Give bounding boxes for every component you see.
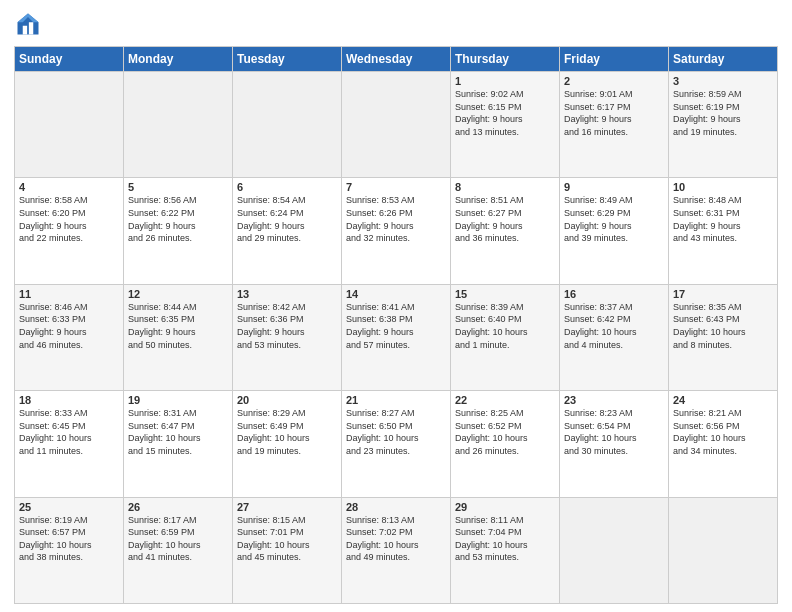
col-header-friday: Friday [560,47,669,72]
day-info: Sunrise: 8:17 AMSunset: 6:59 PMDaylight:… [128,514,228,564]
day-number: 17 [673,288,773,300]
day-number: 5 [128,181,228,193]
calendar-cell: 4Sunrise: 8:58 AMSunset: 6:20 PMDaylight… [15,178,124,284]
page: SundayMondayTuesdayWednesdayThursdayFrid… [0,0,792,612]
col-header-monday: Monday [124,47,233,72]
week-row-0: 1Sunrise: 9:02 AMSunset: 6:15 PMDaylight… [15,72,778,178]
calendar-cell: 25Sunrise: 8:19 AMSunset: 6:57 PMDayligh… [15,497,124,603]
header-row: SundayMondayTuesdayWednesdayThursdayFrid… [15,47,778,72]
day-number: 26 [128,501,228,513]
day-info: Sunrise: 8:51 AMSunset: 6:27 PMDaylight:… [455,194,555,244]
calendar-cell: 1Sunrise: 9:02 AMSunset: 6:15 PMDaylight… [451,72,560,178]
day-number: 1 [455,75,555,87]
logo [14,10,46,38]
day-info: Sunrise: 8:27 AMSunset: 6:50 PMDaylight:… [346,407,446,457]
day-number: 25 [19,501,119,513]
day-info: Sunrise: 8:37 AMSunset: 6:42 PMDaylight:… [564,301,664,351]
day-info: Sunrise: 8:39 AMSunset: 6:40 PMDaylight:… [455,301,555,351]
day-number: 23 [564,394,664,406]
day-number: 21 [346,394,446,406]
calendar-cell: 3Sunrise: 8:59 AMSunset: 6:19 PMDaylight… [669,72,778,178]
day-number: 20 [237,394,337,406]
day-info: Sunrise: 8:44 AMSunset: 6:35 PMDaylight:… [128,301,228,351]
day-number: 29 [455,501,555,513]
day-info: Sunrise: 8:53 AMSunset: 6:26 PMDaylight:… [346,194,446,244]
week-row-1: 4Sunrise: 8:58 AMSunset: 6:20 PMDaylight… [15,178,778,284]
calendar-cell [233,72,342,178]
calendar-cell: 16Sunrise: 8:37 AMSunset: 6:42 PMDayligh… [560,284,669,390]
day-info: Sunrise: 8:15 AMSunset: 7:01 PMDaylight:… [237,514,337,564]
day-number: 19 [128,394,228,406]
calendar-cell [669,497,778,603]
calendar-cell: 7Sunrise: 8:53 AMSunset: 6:26 PMDaylight… [342,178,451,284]
day-number: 2 [564,75,664,87]
day-info: Sunrise: 8:54 AMSunset: 6:24 PMDaylight:… [237,194,337,244]
col-header-thursday: Thursday [451,47,560,72]
day-number: 27 [237,501,337,513]
calendar-cell: 14Sunrise: 8:41 AMSunset: 6:38 PMDayligh… [342,284,451,390]
calendar-table: SundayMondayTuesdayWednesdayThursdayFrid… [14,46,778,604]
calendar-cell: 22Sunrise: 8:25 AMSunset: 6:52 PMDayligh… [451,391,560,497]
day-info: Sunrise: 9:01 AMSunset: 6:17 PMDaylight:… [564,88,664,138]
day-info: Sunrise: 8:41 AMSunset: 6:38 PMDaylight:… [346,301,446,351]
day-number: 24 [673,394,773,406]
calendar-cell: 20Sunrise: 8:29 AMSunset: 6:49 PMDayligh… [233,391,342,497]
day-number: 10 [673,181,773,193]
calendar-cell: 6Sunrise: 8:54 AMSunset: 6:24 PMDaylight… [233,178,342,284]
calendar-cell: 23Sunrise: 8:23 AMSunset: 6:54 PMDayligh… [560,391,669,497]
day-info: Sunrise: 8:42 AMSunset: 6:36 PMDaylight:… [237,301,337,351]
day-info: Sunrise: 8:29 AMSunset: 6:49 PMDaylight:… [237,407,337,457]
day-info: Sunrise: 8:58 AMSunset: 6:20 PMDaylight:… [19,194,119,244]
day-number: 8 [455,181,555,193]
calendar-cell [124,72,233,178]
calendar-cell: 28Sunrise: 8:13 AMSunset: 7:02 PMDayligh… [342,497,451,603]
day-info: Sunrise: 9:02 AMSunset: 6:15 PMDaylight:… [455,88,555,138]
calendar-cell: 11Sunrise: 8:46 AMSunset: 6:33 PMDayligh… [15,284,124,390]
calendar-cell: 29Sunrise: 8:11 AMSunset: 7:04 PMDayligh… [451,497,560,603]
week-row-2: 11Sunrise: 8:46 AMSunset: 6:33 PMDayligh… [15,284,778,390]
col-header-sunday: Sunday [15,47,124,72]
day-number: 13 [237,288,337,300]
calendar-cell: 27Sunrise: 8:15 AMSunset: 7:01 PMDayligh… [233,497,342,603]
day-info: Sunrise: 8:31 AMSunset: 6:47 PMDaylight:… [128,407,228,457]
day-number: 28 [346,501,446,513]
week-row-4: 25Sunrise: 8:19 AMSunset: 6:57 PMDayligh… [15,497,778,603]
day-number: 14 [346,288,446,300]
calendar-cell: 19Sunrise: 8:31 AMSunset: 6:47 PMDayligh… [124,391,233,497]
day-number: 4 [19,181,119,193]
day-number: 22 [455,394,555,406]
day-info: Sunrise: 8:21 AMSunset: 6:56 PMDaylight:… [673,407,773,457]
day-number: 16 [564,288,664,300]
col-header-tuesday: Tuesday [233,47,342,72]
calendar-cell: 26Sunrise: 8:17 AMSunset: 6:59 PMDayligh… [124,497,233,603]
day-info: Sunrise: 8:11 AMSunset: 7:04 PMDaylight:… [455,514,555,564]
day-info: Sunrise: 8:23 AMSunset: 6:54 PMDaylight:… [564,407,664,457]
week-row-3: 18Sunrise: 8:33 AMSunset: 6:45 PMDayligh… [15,391,778,497]
day-info: Sunrise: 8:19 AMSunset: 6:57 PMDaylight:… [19,514,119,564]
day-number: 3 [673,75,773,87]
col-header-saturday: Saturday [669,47,778,72]
calendar-cell [560,497,669,603]
day-info: Sunrise: 8:49 AMSunset: 6:29 PMDaylight:… [564,194,664,244]
calendar-cell: 15Sunrise: 8:39 AMSunset: 6:40 PMDayligh… [451,284,560,390]
day-info: Sunrise: 8:48 AMSunset: 6:31 PMDaylight:… [673,194,773,244]
day-number: 15 [455,288,555,300]
calendar-cell: 5Sunrise: 8:56 AMSunset: 6:22 PMDaylight… [124,178,233,284]
day-info: Sunrise: 8:25 AMSunset: 6:52 PMDaylight:… [455,407,555,457]
calendar-cell: 2Sunrise: 9:01 AMSunset: 6:17 PMDaylight… [560,72,669,178]
calendar-cell: 13Sunrise: 8:42 AMSunset: 6:36 PMDayligh… [233,284,342,390]
day-info: Sunrise: 8:59 AMSunset: 6:19 PMDaylight:… [673,88,773,138]
day-info: Sunrise: 8:13 AMSunset: 7:02 PMDaylight:… [346,514,446,564]
svg-rect-2 [23,26,27,35]
day-info: Sunrise: 8:56 AMSunset: 6:22 PMDaylight:… [128,194,228,244]
day-number: 6 [237,181,337,193]
calendar-cell: 9Sunrise: 8:49 AMSunset: 6:29 PMDaylight… [560,178,669,284]
day-info: Sunrise: 8:33 AMSunset: 6:45 PMDaylight:… [19,407,119,457]
calendar-cell [342,72,451,178]
day-info: Sunrise: 8:35 AMSunset: 6:43 PMDaylight:… [673,301,773,351]
calendar-cell: 24Sunrise: 8:21 AMSunset: 6:56 PMDayligh… [669,391,778,497]
day-number: 9 [564,181,664,193]
calendar-cell: 10Sunrise: 8:48 AMSunset: 6:31 PMDayligh… [669,178,778,284]
calendar-cell: 17Sunrise: 8:35 AMSunset: 6:43 PMDayligh… [669,284,778,390]
calendar-cell: 12Sunrise: 8:44 AMSunset: 6:35 PMDayligh… [124,284,233,390]
